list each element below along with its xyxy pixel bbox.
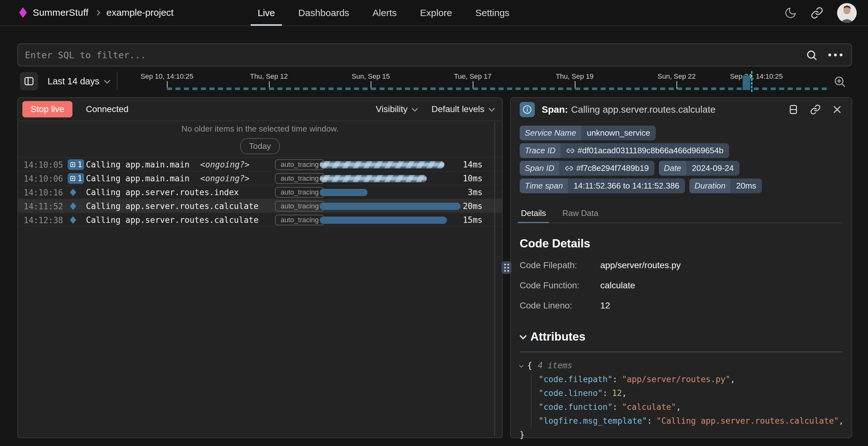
span-message: Calling app.server.routes.index <box>86 188 239 197</box>
default-levels-dropdown[interactable]: Default levels <box>432 104 493 114</box>
badge-value: 2024-09-24 <box>686 161 740 176</box>
live-feed-panel: Stop live Connected Visibility Default l… <box>17 97 503 438</box>
span-row-selected[interactable]: 14:11:52 Calling app.server.routes.calcu… <box>18 199 502 213</box>
tag-auto-tracing[interactable]: auto_tracing <box>275 201 324 212</box>
time-range-label: Last 14 days <box>48 76 99 87</box>
json-key: "code.lineno" <box>538 388 603 398</box>
time-range-dropdown[interactable]: Last 14 days <box>48 76 108 87</box>
user-avatar[interactable] <box>837 3 857 23</box>
span-duration-bar <box>320 189 368 196</box>
more-options-icon[interactable] <box>828 54 842 56</box>
chevron-down-icon <box>489 105 495 112</box>
span-title-prefix: Span: <box>542 104 568 115</box>
badge-label: Trace ID <box>520 143 561 158</box>
today-button[interactable]: Today <box>240 138 280 154</box>
dark-mode-moon-icon[interactable] <box>784 7 797 19</box>
scrollbar[interactable] <box>494 122 495 436</box>
tab-settings[interactable]: Settings <box>475 0 509 26</box>
close-icon[interactable] <box>832 104 842 115</box>
span-row[interactable]: 14:10:05 1 Calling app.main.main<ongoing… <box>18 157 502 171</box>
tag-auto-tracing[interactable]: auto_tracing <box>275 187 324 198</box>
code-details-heading: Code Details <box>520 237 843 250</box>
span-label: Calling app.server.routes.calculate <box>86 215 258 225</box>
child-count-badge[interactable]: 1 <box>68 159 84 170</box>
tab-live[interactable]: Live <box>258 0 275 26</box>
date-badge: Date 2024-09-24 <box>659 161 740 176</box>
timeline-tick-label: Tue, Sep 17 <box>454 72 491 81</box>
span-row[interactable]: 14:12:38 Calling app.server.routes.calcu… <box>18 213 502 226</box>
json-collapse-icon[interactable] <box>519 363 523 368</box>
stop-live-button[interactable]: Stop live <box>22 101 72 118</box>
chevron-down-icon <box>412 105 418 112</box>
time-range-bar: Last 14 days Sep 10, 14:10:25 Thu, Sep 1… <box>17 70 852 93</box>
span-duration-bar <box>320 217 447 224</box>
sidebar-toggle-button[interactable] <box>20 72 38 90</box>
span-message: Calling app.server.routes.calculate <box>86 201 258 211</box>
timeline-histogram[interactable]: Sep 10, 14:10:25 Thu, Sep 12 Sun, Sep 15… <box>134 70 828 93</box>
tab-dashboards[interactable]: Dashboards <box>298 0 349 26</box>
timeline-tick-label: Sep 10, 14:10:25 <box>141 72 193 81</box>
default-levels-label: Default levels <box>432 104 485 114</box>
service-name-badge: Service Name unknown_service <box>520 126 656 140</box>
span-duration: 15ms <box>463 215 483 225</box>
share-link-icon[interactable] <box>811 7 823 19</box>
timeline-tick-label: Sun, Sep 15 <box>352 72 390 81</box>
json-value: "Calling app.server.routes.calculate" <box>656 416 839 425</box>
top-nav: SummerStuff example-project Live Dashboa… <box>0 0 868 26</box>
search-icon[interactable] <box>806 49 817 61</box>
json-comma: , <box>622 388 627 398</box>
attributes-section-toggle[interactable]: Attributes <box>520 330 843 343</box>
badge-label: Service Name <box>520 126 581 140</box>
json-value: 12 <box>612 388 622 398</box>
span-row[interactable]: 14:10:16 Calling app.server.routes.index… <box>18 185 502 199</box>
breadcrumb: SummerStuff example-project <box>0 7 174 19</box>
tab-explore[interactable]: Explore <box>420 0 452 26</box>
span-diamond-icon <box>70 188 76 196</box>
span-title: Span:Calling app.server.routes.calculate <box>542 104 716 115</box>
link-icon <box>565 164 573 172</box>
timeline-now-cursor[interactable] <box>751 71 752 92</box>
zoom-in-icon[interactable] <box>833 75 846 88</box>
org-name[interactable]: SummerStuff <box>33 7 89 18</box>
attributes-json-viewer: { 4 items "code.filepath":"app/server/ro… <box>520 358 843 442</box>
panel-resize-handle[interactable] <box>501 261 512 274</box>
span-id-value: #f7c8e294f7489b19 <box>576 163 649 173</box>
span-diamond-icon <box>70 202 76 210</box>
divider <box>520 352 843 352</box>
link-icon <box>566 147 575 155</box>
span-timestamp: 14:11:52 <box>24 202 63 211</box>
project-name[interactable]: example-project <box>106 7 174 18</box>
json-entry: "logfire.msg_template":"Calling app.serv… <box>520 414 843 428</box>
json-entry: "code.lineno":12, <box>520 386 843 400</box>
tag-auto-tracing[interactable]: auto_tracing <box>275 159 324 170</box>
kv-value: app/server/routes.py <box>600 260 681 270</box>
span-duration: 10ms <box>463 174 483 183</box>
trace-id-badge[interactable]: Trace ID #df01acad0311189c8b66a466d96965… <box>520 143 729 158</box>
span-id-badge[interactable]: Span ID #f7c8e294f7489b19 <box>520 161 654 176</box>
visibility-dropdown[interactable]: Visibility <box>376 104 416 114</box>
json-entry: "code.function":"calculate", <box>520 400 843 414</box>
ongoing-suffix: <ongoing?> <box>200 160 250 169</box>
tag-auto-tracing[interactable]: auto_tracing <box>275 173 324 184</box>
kv-label: Code Filepath: <box>520 260 600 270</box>
json-colon: : <box>603 388 608 398</box>
tab-details[interactable]: Details <box>520 205 547 223</box>
code-lineno-row: Code Lineno: 12 <box>520 300 843 311</box>
span-label: Calling app.server.routes.calculate <box>86 201 258 211</box>
copy-link-icon[interactable] <box>810 104 821 115</box>
tab-raw-data[interactable]: Raw Data <box>561 205 599 223</box>
span-message: Calling app.main.main <box>86 160 190 169</box>
span-row[interactable]: 14:10:06 1 Calling app.main.main<ongoing… <box>18 171 502 185</box>
child-count-badge[interactable]: 1 <box>68 173 84 184</box>
tag-auto-tracing[interactable]: auto_tracing <box>275 215 324 225</box>
span-duration: 3ms <box>468 188 483 197</box>
badge-value: 20ms <box>731 179 762 193</box>
nav-tabs: Live Dashboards Alerts Explore Settings <box>258 0 509 26</box>
duration-badge: Duration 20ms <box>689 179 762 193</box>
kv-label: Code Lineno: <box>520 300 600 311</box>
sql-filter-input[interactable]: Enter SQL to filter... <box>17 43 852 66</box>
json-key: "code.filepath" <box>538 375 613 384</box>
span-timestamp: 14:10:16 <box>24 188 63 197</box>
split-view-icon[interactable] <box>788 104 799 115</box>
tab-alerts[interactable]: Alerts <box>373 0 397 26</box>
